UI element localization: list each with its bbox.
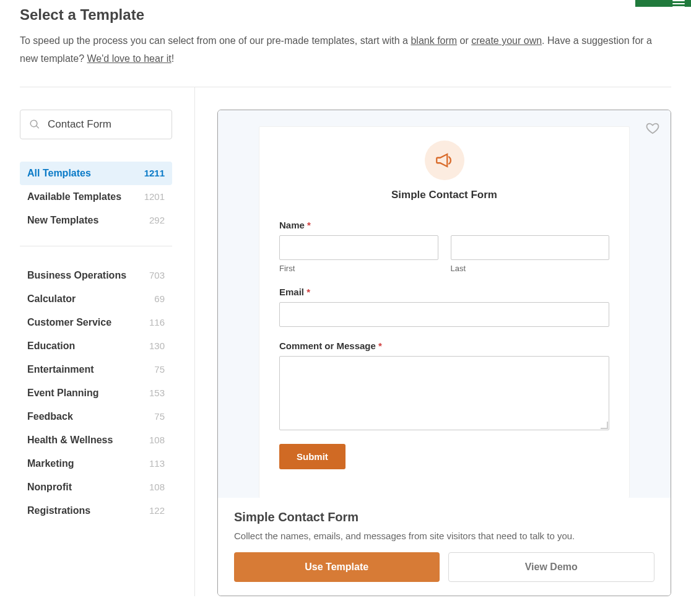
submit-button[interactable]: Submit <box>279 444 346 469</box>
template-status-list: All Templates1211Available Templates1201… <box>20 162 172 232</box>
category-new-templates[interactable]: New Templates292 <box>20 209 172 232</box>
first-name-input[interactable] <box>279 235 438 260</box>
category-calculator[interactable]: Calculator69 <box>20 287 172 311</box>
category-label: Business Operations <box>27 270 126 281</box>
megaphone-icon <box>425 141 464 180</box>
form-preview: Simple Contact Form Name * First <box>259 126 630 498</box>
name-label: Name * <box>279 220 609 230</box>
category-count: 75 <box>154 411 165 422</box>
heart-icon <box>646 121 659 135</box>
page-description: To speed up the process you can select f… <box>20 32 671 68</box>
template-title: Simple Contact Form <box>234 510 654 524</box>
use-template-button[interactable]: Use Template <box>234 552 440 582</box>
category-health-wellness[interactable]: Health & Wellness108 <box>20 428 172 452</box>
category-label: Event Planning <box>27 388 99 399</box>
category-label: Entertainment <box>27 364 94 375</box>
category-available-templates[interactable]: Available Templates1201 <box>20 185 172 209</box>
message-textarea[interactable] <box>279 356 609 430</box>
page-title: Select a Template <box>20 6 671 24</box>
first-sublabel: First <box>279 264 438 273</box>
create-own-link[interactable]: create your own <box>471 35 542 46</box>
search-icon <box>29 119 40 130</box>
category-count: 108 <box>149 482 165 492</box>
category-label: Nonprofit <box>27 482 72 493</box>
main-area: Simple Contact Form Name * First <box>195 87 671 596</box>
category-label: New Templates <box>27 215 98 226</box>
sidebar: All Templates1211Available Templates1201… <box>20 87 195 596</box>
category-event-planning[interactable]: Event Planning153 <box>20 381 172 405</box>
template-card-footer: Simple Contact Form Collect the names, e… <box>218 498 671 596</box>
form-title: Simple Contact Form <box>279 189 609 201</box>
admin-bar-fragment <box>635 0 691 7</box>
category-business-operations[interactable]: Business Operations703 <box>20 264 172 287</box>
category-count: 703 <box>149 270 165 280</box>
blank-form-link[interactable]: blank form <box>411 35 457 46</box>
category-label: Marketing <box>27 458 74 469</box>
template-card: Simple Contact Form Name * First <box>217 110 671 596</box>
category-count: 1201 <box>144 191 165 202</box>
template-preview: Simple Contact Form Name * First <box>218 110 671 498</box>
category-label: Registrations <box>27 505 90 516</box>
template-description: Collect the names, emails, and messages … <box>234 531 654 541</box>
feedback-link[interactable]: We'd love to hear it <box>87 53 172 64</box>
category-registrations[interactable]: Registrations122 <box>20 499 172 523</box>
category-nonprofit[interactable]: Nonprofit108 <box>20 475 172 499</box>
last-name-input[interactable] <box>451 235 610 260</box>
email-label: Email * <box>279 287 609 297</box>
category-count: 122 <box>149 505 165 516</box>
category-count: 113 <box>149 458 165 469</box>
category-marketing[interactable]: Marketing113 <box>20 452 172 475</box>
search-input[interactable] <box>48 118 163 131</box>
view-demo-button[interactable]: View Demo <box>448 552 655 582</box>
last-sublabel: Last <box>451 264 610 273</box>
category-label: Customer Service <box>27 317 111 328</box>
category-label: Feedback <box>27 411 73 422</box>
category-feedback[interactable]: Feedback75 <box>20 405 172 428</box>
category-count: 153 <box>149 388 165 398</box>
category-count: 130 <box>149 341 165 351</box>
category-count: 69 <box>154 293 165 304</box>
category-label: All Templates <box>27 168 91 179</box>
favorite-button[interactable] <box>646 121 659 135</box>
category-label: Calculator <box>27 293 76 305</box>
search-box[interactable] <box>20 110 172 139</box>
category-count: 1211 <box>144 168 165 178</box>
category-all-templates[interactable]: All Templates1211 <box>20 162 172 185</box>
category-entertainment[interactable]: Entertainment75 <box>20 358 172 381</box>
category-label: Available Templates <box>27 191 121 202</box>
category-count: 75 <box>154 364 165 375</box>
category-education[interactable]: Education130 <box>20 334 172 358</box>
category-list: Business Operations703Calculator69Custom… <box>20 264 172 523</box>
category-label: Health & Wellness <box>27 435 113 446</box>
category-customer-service[interactable]: Customer Service116 <box>20 311 172 334</box>
category-count: 292 <box>149 215 165 225</box>
category-label: Education <box>27 341 75 352</box>
hamburger-icon[interactable] <box>672 0 685 7</box>
message-label: Comment or Message * <box>279 341 609 351</box>
email-input[interactable] <box>279 302 609 327</box>
category-count: 108 <box>149 435 165 445</box>
category-count: 116 <box>149 317 165 328</box>
